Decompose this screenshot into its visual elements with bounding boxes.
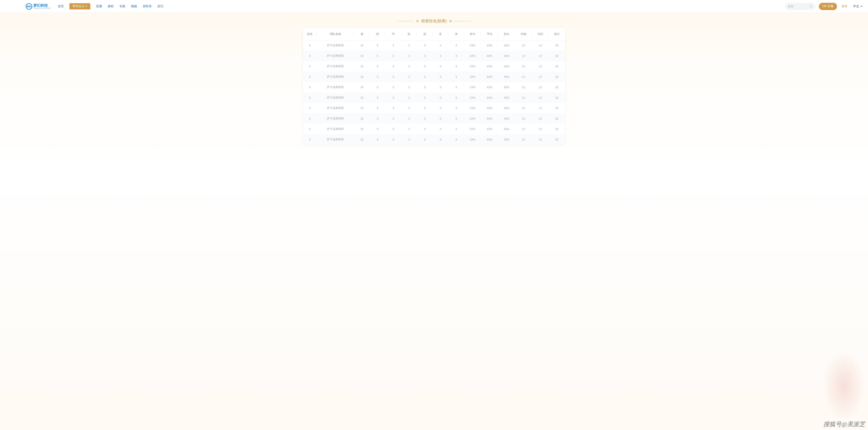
cell-gf: 3	[417, 61, 433, 72]
nav-item-label: 赛程	[107, 4, 114, 8]
cell-ga: 3	[433, 103, 448, 113]
cell-l: 2	[401, 93, 417, 103]
svg-marker-3	[825, 5, 826, 7]
table-row[interactable]: 5萨卡兹斯帕斯1053233323%43%43%121232	[303, 40, 565, 51]
cell-team: 萨卡兹斯帕斯	[317, 93, 354, 103]
table-row[interactable]: 5萨卡兹斯帕斯1053233323%43%43%121232	[303, 72, 565, 82]
col-header-9: 胜%	[464, 28, 481, 40]
cell-wp: 23%	[464, 113, 481, 124]
cell-pts: 32	[549, 82, 565, 93]
cell-l: 2	[401, 113, 417, 124]
cell-team: 萨卡兹斯帕斯	[317, 51, 354, 61]
cell-pts: 32	[549, 72, 565, 82]
cell-aga: 12	[532, 72, 549, 82]
cell-pts: 32	[549, 103, 565, 113]
cell-lp: 43%	[498, 124, 515, 134]
col-header-12: 均场	[515, 28, 532, 40]
nav-item-2[interactable]: 直播	[96, 4, 102, 8]
nav-item-7[interactable]: 其它	[157, 4, 163, 8]
cell-d: 3	[385, 82, 401, 93]
cell-agf: 12	[515, 72, 532, 82]
col-header-3: 胜	[370, 28, 385, 40]
cell-rank: 5	[303, 51, 317, 61]
cell-ga: 3	[433, 72, 448, 82]
search-input[interactable]	[788, 5, 808, 8]
svg-line-1	[811, 7, 812, 8]
cell-d: 3	[385, 93, 401, 103]
cell-agf: 12	[515, 103, 532, 113]
nav-item-5[interactable]: 视频	[131, 4, 137, 8]
broadcast-label: 开播	[827, 4, 833, 8]
cell-aga: 12	[532, 40, 549, 51]
table-row[interactable]: 5萨卡兹斯帕斯1053233323%43%43%121232	[303, 124, 565, 134]
nav-item-0[interactable]: 首页	[58, 4, 64, 8]
table-row[interactable]: 5萨卡兹斯帕斯1053233323%43%43%121232	[303, 51, 565, 61]
cell-p: 10	[354, 93, 370, 103]
svg-rect-2	[823, 5, 825, 7]
table-row[interactable]: 5萨卡兹斯帕斯1053233323%43%43%121232	[303, 61, 565, 72]
cell-pts: 32	[549, 61, 565, 72]
cell-team: 萨卡兹斯帕斯	[317, 40, 354, 51]
col-header-14: 积分	[549, 28, 565, 40]
table-row[interactable]: 5萨卡兹斯帕斯1053233323%43%43%121232	[303, 103, 565, 113]
cell-dp: 43%	[481, 93, 498, 103]
cell-gd: 3	[448, 40, 464, 51]
nav-item-3[interactable]: 赛程	[107, 4, 114, 8]
login-link[interactable]: 登录	[841, 4, 847, 8]
cell-pts: 32	[549, 124, 565, 134]
watermark: 搜狐号@美派芝	[823, 420, 865, 428]
cell-ga: 3	[433, 134, 448, 145]
language-label: 中文	[853, 4, 859, 8]
caret-down-icon	[86, 6, 87, 7]
nav-item-6[interactable]: 资料库	[143, 4, 152, 8]
nav-item-label: 视频	[131, 4, 137, 8]
cell-p: 10	[354, 113, 370, 124]
cell-agf: 12	[515, 113, 532, 124]
cell-p: 10	[354, 40, 370, 51]
logo-en: Software Development	[33, 7, 51, 9]
cell-team: 萨卡兹斯帕斯	[317, 61, 354, 72]
logo-badge-icon: MH	[26, 3, 32, 10]
cell-l: 2	[401, 61, 417, 72]
col-header-5: 负	[401, 28, 417, 40]
section-title-row: 联赛排名(联赛)	[0, 13, 868, 28]
cell-ga: 3	[433, 40, 448, 51]
cell-pts: 32	[549, 93, 565, 103]
broadcast-button[interactable]: 开播	[819, 3, 837, 10]
cell-agf: 12	[515, 82, 532, 93]
table-row[interactable]: 5萨卡兹斯帕斯1053233323%43%43%121232	[303, 134, 565, 145]
cell-lp: 43%	[498, 72, 515, 82]
cell-gd: 3	[448, 82, 464, 93]
table-row[interactable]: 5萨卡兹斯帕斯1053233323%43%43%121232	[303, 113, 565, 124]
nav-item-4[interactable]: 专家	[119, 4, 125, 8]
cell-pts: 32	[549, 113, 565, 124]
cell-agf: 12	[515, 40, 532, 51]
table-row[interactable]: 5萨卡兹斯帕斯1053233323%43%43%121232	[303, 93, 565, 103]
cell-dp: 43%	[481, 124, 498, 134]
cell-gd: 3	[448, 124, 464, 134]
cell-w: 5	[370, 113, 385, 124]
language-select[interactable]: 中文	[853, 4, 862, 8]
main-nav: 首页即时比分直播赛程专家视频资料库其它	[58, 3, 163, 9]
chevron-down-icon	[860, 6, 862, 7]
search-box[interactable]	[785, 3, 815, 10]
camera-icon	[823, 5, 826, 8]
col-header-2: 赛	[354, 28, 370, 40]
cell-w: 5	[370, 124, 385, 134]
cell-lp: 43%	[498, 134, 515, 145]
cell-p: 10	[354, 134, 370, 145]
cell-l: 2	[401, 51, 417, 61]
cell-p: 10	[354, 72, 370, 82]
nav-item-1[interactable]: 即时比分	[69, 3, 90, 9]
col-header-1: 球队名称	[317, 28, 354, 40]
logo[interactable]: MH 梦幻科技 Software Development	[26, 3, 51, 10]
cell-dp: 43%	[481, 113, 498, 124]
search-icon[interactable]	[809, 5, 812, 8]
cell-l: 2	[401, 82, 417, 93]
cell-gd: 3	[448, 51, 464, 61]
cell-d: 3	[385, 124, 401, 134]
cell-l: 2	[401, 72, 417, 82]
cell-wp: 23%	[464, 134, 481, 145]
table-row[interactable]: 5萨卡兹斯帕斯1053233323%43%43%121232	[303, 82, 565, 93]
cell-rank: 5	[303, 72, 317, 82]
